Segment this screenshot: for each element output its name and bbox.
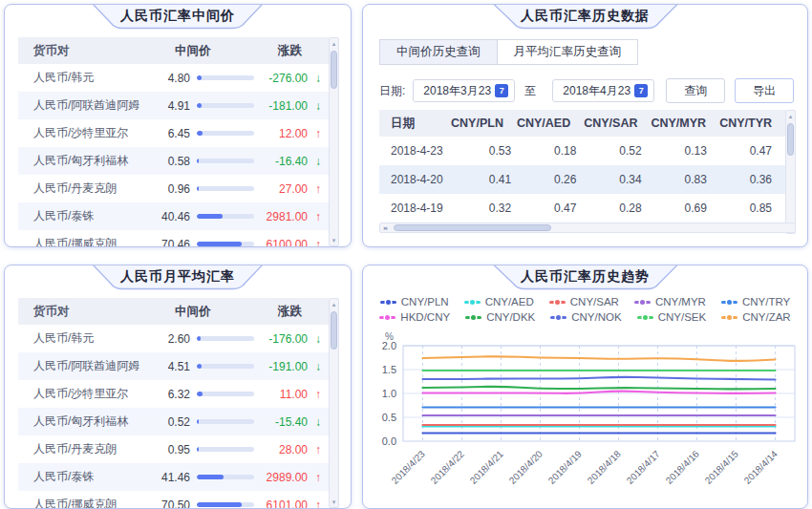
scrollbar-thumb[interactable] [331,311,337,350]
column-header-change: 涨跌 [261,304,329,320]
column-header-cny-tyr: CNY/TYR [719,117,785,130]
table-row[interactable]: 人民币/匈牙利福林0.52-15.40↓ [18,408,329,435]
currency-pair-label: 人民币/丹麦克朗 [18,441,150,457]
table-row[interactable]: 人民币/韩元2.60-176.00↓ [18,325,329,352]
central-parity-table-body: 人民币/韩元4.80-276.00↓人民币/阿联酋迪阿姆4.91-181.00↓… [18,64,329,247]
scroll-down-icon[interactable]: ▾ [330,235,338,245]
mid-price-bar-fill [197,475,224,479]
export-button[interactable]: 导出 [735,78,794,103]
panel-title: 人民币汇率中间价 [92,4,264,28]
legend-item-cny-nok[interactable]: CNY/NOK [550,311,621,323]
legend-item-cny-sar[interactable]: CNY/SAR [549,296,619,308]
vertical-scrollbar[interactable]: ▴ ▾ [329,298,339,508]
table-row[interactable]: 人民币/丹麦克朗0.9528.00↑ [18,435,329,463]
mid-price-cell: 0.58 [150,155,261,168]
tab-monthly-average-history[interactable]: 月平均汇率历史查询 [498,39,639,65]
date-from-input[interactable]: 2018年3月23 7 [413,79,515,102]
currency-pair-label: 人民币/挪威克朗 [18,236,150,247]
svg-text:2018/4/20: 2018/4/20 [507,448,545,486]
panel-central-parity: 人民币汇率中间价 货币对 中间价 涨跌 人民币/韩元4.80-276.00↓人民… [4,4,352,247]
legend-item-cny-myr[interactable]: CNY/MYR [634,296,706,308]
svg-text:2018/4/23: 2018/4/23 [390,448,428,486]
legend-marker-icon [550,316,566,319]
table-row[interactable]: 人民币/韩元4.80-276.00↓ [18,64,329,92]
mid-price-bar-fill [197,336,201,341]
trend-line-chart[interactable]: %2.01.51.00.50.02018/4/232018/4/222018/4… [369,332,802,504]
change-value: -191.00 [268,360,308,373]
up-arrow-icon: ↑ [315,443,321,456]
mid-price-cell: 4.51 [150,360,261,373]
legend-item-cny-zar[interactable]: CNY/ZAR [721,311,790,323]
scroll-up-icon[interactable]: ▴ [330,299,338,309]
query-button[interactable]: 查询 [666,78,725,103]
mid-price-bar [197,242,254,246]
table-row[interactable]: 人民币/阿联酋迪阿姆4.91-181.00↓ [18,92,329,119]
mid-price-bar [197,214,254,219]
panel-title-trend: 人民币汇率历史趋势 [492,265,678,290]
table-row[interactable]: 人民币/阿联酋迪阿姆4.51-191.00↓ [18,352,329,380]
table-row[interactable]: 人民币/挪威克朗70.466100.00↑ [18,230,329,247]
mid-price-bar-fill [197,186,199,191]
rate-cell: 0.47 [524,201,589,215]
scroll-right-icon[interactable]: ▸ [380,223,391,232]
change-cell: 6101.00↑ [261,498,329,509]
calendar-icon[interactable]: 7 [634,84,648,97]
table-row[interactable]: 2018-4-230.530.180.520.130.47 [379,137,785,165]
scroll-down-icon[interactable]: ▾ [330,497,338,507]
table-row[interactable]: 2018-4-190.320.470.280.690.85 [379,194,785,223]
scroll-up-icon[interactable]: ▴ [330,38,338,49]
mid-price-bar [197,447,254,452]
table-row[interactable]: 人民币/丹麦克朗0.9627.00↑ [18,175,329,202]
table-row[interactable]: 人民币/挪威克朗70.506101.00↑ [18,491,329,509]
legend-marker-icon [634,301,651,304]
scrollbar-thumb[interactable] [787,123,794,156]
panel-history-data: 人民币汇率历史数据 中间价历史查询 月平均汇率历史查询 日期: 2018年3月2… [362,4,808,247]
mid-price-bar-fill [197,392,203,396]
currency-pair-label: 人民币/阿联酋迪阿姆 [18,358,150,374]
rate-cell: 0.83 [655,173,720,186]
chart-legend: CNY/PLNCNY/AEDCNY/SARCNY/MYRCNY/TRYHKD/C… [363,296,807,323]
scrollbar-thumb[interactable] [331,51,337,89]
vertical-scrollbar[interactable]: ▴ ▾ [329,37,339,246]
svg-text:2018/4/18: 2018/4/18 [586,448,624,486]
table-row[interactable]: 人民币/沙特里亚尔6.4512.00↑ [18,119,329,147]
scrollbar-thumb[interactable] [394,224,551,231]
up-arrow-icon: ↑ [315,498,321,509]
legend-item-cny-dkk[interactable]: CNY/DKK [465,311,535,323]
table-row[interactable]: 人民币/匈牙利福林0.58-16.40↓ [18,147,329,175]
legend-row: HKD/CNYCNY/DKKCNY/NOKCNY/SEKCNY/ZAR [379,311,790,323]
legend-item-hkd-cny[interactable]: HKD/CNY [379,311,450,323]
change-value: -15.40 [275,415,308,429]
horizontal-scrollbar[interactable]: ◂ ▸ [379,223,796,233]
table-row[interactable]: 人民币/沙特里亚尔6.3211.00↑ [18,380,329,408]
date-to-input[interactable]: 2018年4月23 7 [552,79,654,102]
legend-item-cny-sek[interactable]: CNY/SEK [637,311,707,323]
rate-cell: 0.36 [720,173,785,186]
mid-price-bar [197,103,254,108]
legend-item-cny-aed[interactable]: CNY/AED [464,296,534,308]
table-header: 货币对 中间价 涨跌 [18,298,329,325]
down-arrow-icon: ↓ [315,155,321,168]
change-value: 6100.00 [267,238,308,248]
column-header-cny-sar: CNY/SAR [584,117,651,130]
legend-item-cny-try[interactable]: CNY/TRY [721,296,790,308]
panel-title-history: 人民币汇率历史数据 [492,4,678,30]
change-cell: -15.40↓ [261,415,329,429]
mid-price-value: 0.96 [150,182,190,196]
table-row[interactable]: 2018-4-200.410.260.340.830.36 [379,165,785,194]
rate-cell: 0.85 [720,201,785,215]
scroll-up-icon[interactable]: ▴ [786,111,795,121]
vertical-scrollbar[interactable]: ▴ ▾ [785,110,796,234]
tab-central-parity-history[interactable]: 中间价历史查询 [379,39,498,65]
table-row[interactable]: 人民币/泰铢40.462981.00↑ [18,202,329,230]
mid-price-value: 0.52 [150,415,190,429]
calendar-day: 7 [639,86,644,95]
table-row[interactable]: 人民币/泰铢41.462989.00↑ [18,463,329,491]
change-value: 2989.00 [267,471,308,484]
legend-item-cny-pln[interactable]: CNY/PLN [380,296,449,308]
date-to-value: 2018年4月23 [563,83,630,99]
legend-marker-icon [379,316,395,319]
monthly-average-table-body: 人民币/韩元2.60-176.00↓人民币/阿联酋迪阿姆4.51-191.00↓… [18,325,329,509]
calendar-icon[interactable]: 7 [495,84,508,97]
mid-price-bar-fill [197,242,242,246]
